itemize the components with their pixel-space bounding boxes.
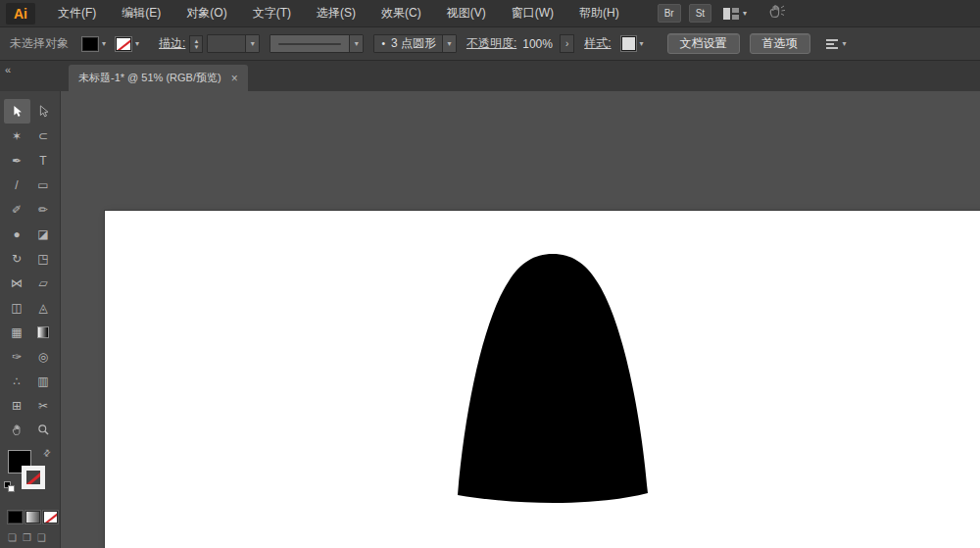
pencil-tool[interactable]: ✏ xyxy=(30,197,57,222)
brush-preview-icon: • xyxy=(374,38,385,49)
close-icon[interactable]: × xyxy=(231,72,238,85)
menu-select[interactable]: 选择(S) xyxy=(304,0,368,27)
menu-view[interactable]: 视图(V) xyxy=(434,0,499,27)
menu-type[interactable]: 文字(T) xyxy=(240,0,304,27)
stroke-weight-dropdown[interactable]: ▾ xyxy=(207,34,260,53)
paintbrush-tool[interactable]: ✐ xyxy=(4,197,30,222)
gradient-mode-button[interactable] xyxy=(25,511,40,523)
draw-normal-icon[interactable]: ❏ xyxy=(8,532,17,543)
zoom-tool[interactable] xyxy=(30,418,57,442)
type-tool[interactable]: T xyxy=(30,148,57,173)
blend-icon: ◎ xyxy=(38,350,48,364)
free-transform-tool[interactable]: ▱ xyxy=(30,271,57,295)
chevron-down-icon[interactable]: ▾ xyxy=(245,35,259,52)
document-tab[interactable]: 未标题-1* @ 51% (RGB/预览) × xyxy=(69,65,248,91)
illustrator-window: Ai 文件(F) 编辑(E) 对象(O) 文字(T) 选择(S) 效果(C) 视… xyxy=(0,0,980,548)
lasso-tool[interactable]: ⊂ xyxy=(30,124,57,148)
eyedropper-tool[interactable]: ✑ xyxy=(4,344,30,369)
toolbar-collapse-button[interactable]: « xyxy=(5,64,11,75)
color-mode-button[interactable] xyxy=(8,511,23,523)
chevron-down-icon[interactable]: ▾ xyxy=(638,39,646,48)
lasso-icon: ⊂ xyxy=(38,129,48,143)
chevron-down-icon[interactable]: ▾ xyxy=(100,39,108,48)
opacity-input[interactable] xyxy=(520,34,560,53)
perspective-grid-tool[interactable]: ◬ xyxy=(30,295,57,320)
width-tool[interactable]: ⋈ xyxy=(4,271,30,295)
stock-button[interactable]: St xyxy=(689,4,711,23)
menu-help[interactable]: 帮助(H) xyxy=(566,0,632,27)
brush-definition-dropdown[interactable]: • 3 点圆形 ▾ xyxy=(373,34,457,53)
workspace-switcher[interactable]: ▾ xyxy=(719,6,751,22)
free-transform-icon: ▱ xyxy=(38,276,47,290)
menu-edit[interactable]: 编辑(E) xyxy=(109,0,173,27)
magic-wand-tool[interactable]: ✶ xyxy=(4,124,30,148)
slice-tool[interactable]: ✂ xyxy=(30,393,57,418)
gradient-icon xyxy=(37,326,49,338)
direct-selection-icon xyxy=(36,105,50,119)
stepper-down-icon[interactable]: ▼ xyxy=(193,44,199,50)
slice-icon: ✂ xyxy=(38,399,48,413)
fill-stroke-widget: ⇄ xyxy=(8,450,57,501)
align-dropdown[interactable]: ▾ xyxy=(826,39,849,49)
artboard-icon: ⊞ xyxy=(12,399,22,413)
hand-tool[interactable] xyxy=(4,418,30,442)
stroke-control[interactable]: ▾ xyxy=(116,37,141,51)
blob-brush-tool[interactable]: ● xyxy=(4,222,30,246)
line-segment-icon: / xyxy=(15,178,18,192)
scale-tool[interactable]: ◳ xyxy=(30,246,57,271)
black-bell-shape[interactable] xyxy=(458,254,648,503)
main-area: ✶ ⊂ ✒ T / ▭ ✐ ✏ ● ◪ ↻ ◳ ⋈ ▱ ◫ ◬ ▦ ✑ ◎ ∴ xyxy=(0,91,980,548)
chevron-down-icon[interactable]: ▾ xyxy=(349,35,363,52)
menu-window[interactable]: 窗口(W) xyxy=(499,0,566,27)
document-setup-button[interactable]: 文档设置 xyxy=(667,33,740,54)
opacity-panel-button[interactable]: › xyxy=(560,34,574,53)
direct-selection-tool[interactable] xyxy=(30,99,57,124)
stroke-weight-stepper[interactable]: ▲ ▼ xyxy=(189,35,203,53)
chevron-down-icon[interactable]: ▾ xyxy=(442,35,456,52)
column-graph-tool[interactable]: ▥ xyxy=(30,369,57,393)
eraser-tool[interactable]: ◪ xyxy=(30,222,57,246)
style-swatch[interactable] xyxy=(621,36,636,51)
menu-object[interactable]: 对象(O) xyxy=(173,0,239,27)
share-hand-icon[interactable] xyxy=(768,4,786,24)
variable-width-profile-dropdown[interactable]: ▾ xyxy=(270,34,364,53)
default-colors-icon[interactable] xyxy=(4,481,16,493)
shape-builder-icon: ◫ xyxy=(11,301,22,315)
chevron-down-icon: ▾ xyxy=(743,9,747,18)
color-mode-row xyxy=(8,511,60,523)
stroke-weight-link[interactable]: 描边: xyxy=(159,35,185,52)
pen-tool[interactable]: ✒ xyxy=(4,148,30,173)
selection-tool[interactable] xyxy=(4,99,30,124)
shape-builder-tool[interactable]: ◫ xyxy=(4,295,30,320)
menu-effect[interactable]: 效果(C) xyxy=(368,0,434,27)
paintbrush-icon: ✐ xyxy=(12,203,22,217)
symbol-sprayer-tool[interactable]: ∴ xyxy=(4,369,30,393)
blend-tool[interactable]: ◎ xyxy=(30,344,57,369)
menu-file[interactable]: 文件(F) xyxy=(45,0,109,27)
artboard[interactable] xyxy=(105,211,980,548)
rotate-icon: ↻ xyxy=(12,252,22,266)
rectangle-tool[interactable]: ▭ xyxy=(30,173,57,197)
canvas-pasteboard[interactable] xyxy=(61,91,980,548)
preferences-button[interactable]: 首选项 xyxy=(750,33,810,54)
fill-control[interactable]: ▾ xyxy=(82,37,108,51)
draw-inside-icon[interactable]: ❑ xyxy=(37,532,46,543)
scale-icon: ◳ xyxy=(37,252,48,266)
line-segment-tool[interactable]: / xyxy=(4,173,30,197)
mesh-tool[interactable]: ▦ xyxy=(4,320,30,344)
stroke-swatch[interactable] xyxy=(116,37,131,51)
opacity-link[interactable]: 不透明度: xyxy=(466,35,516,52)
fill-swatch[interactable] xyxy=(82,37,98,51)
style-label: 样式: xyxy=(584,35,611,52)
menu-bar: Ai 文件(F) 编辑(E) 对象(O) 文字(T) 选择(S) 效果(C) 视… xyxy=(0,0,980,27)
draw-behind-icon[interactable]: ❐ xyxy=(23,532,31,543)
gradient-tool[interactable] xyxy=(30,320,57,344)
none-mode-button[interactable] xyxy=(43,511,58,523)
rotate-tool[interactable]: ↻ xyxy=(4,246,30,271)
eyedropper-icon: ✑ xyxy=(12,350,22,364)
bridge-button[interactable]: Br xyxy=(658,4,681,23)
swap-fill-stroke-icon[interactable]: ⇄ xyxy=(41,447,53,459)
stroke-color-swatch[interactable] xyxy=(22,466,45,489)
chevron-down-icon[interactable]: ▾ xyxy=(133,39,141,48)
artboard-tool[interactable]: ⊞ xyxy=(4,393,30,418)
